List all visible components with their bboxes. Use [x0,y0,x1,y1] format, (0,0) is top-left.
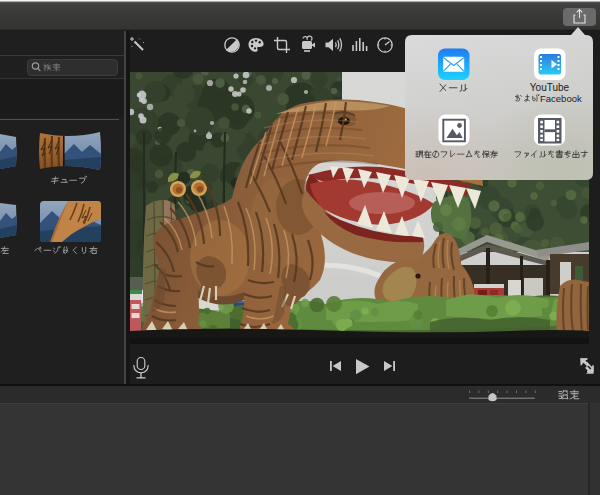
svg-text:YouTube: YouTube [530,82,570,93]
svg-text:Facebook: Facebook [540,93,582,104]
